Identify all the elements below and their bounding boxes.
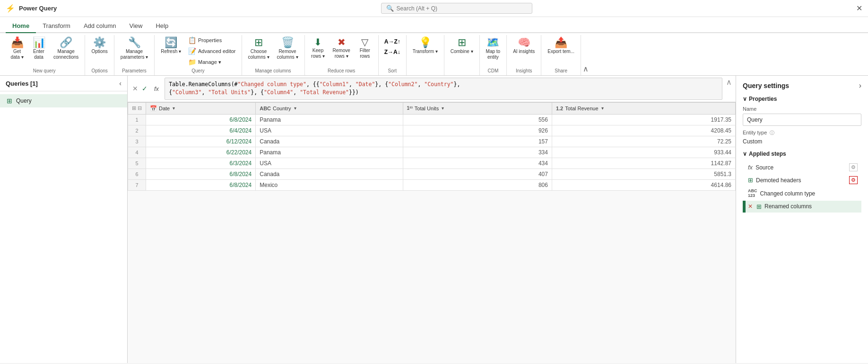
applied-steps-section-title[interactable]: ∨ Applied steps — [743, 151, 861, 157]
keep-rows-button[interactable]: ⬇ Keeprows ▾ — [308, 35, 329, 62]
app-logo-icon: ⚡ — [6, 4, 15, 13]
query-item[interactable]: ⊞ Query — [0, 94, 127, 107]
ribbon-group-label-options: Options — [88, 67, 111, 75]
table-row[interactable]: 3 6/12/2024 Canada 157 72.25 — [128, 136, 736, 147]
total-units-cell: 407 — [403, 169, 552, 179]
transform-icon: 💡 — [419, 37, 432, 48]
table-row[interactable]: 4 6/22/2024 Panama 334 933.44 — [128, 147, 736, 158]
manage-parameters-button[interactable]: 🔧 Manageparameters ▾ — [117, 35, 151, 62]
content-area: ✕ ✓ fx Table.RenameColumns(#"Changed col… — [128, 76, 736, 363]
ribbon-items-query: 🔄 Refresh ▾ 📋 Properties 📝 Advanced edit… — [157, 35, 238, 67]
table-row[interactable]: 5 6/3/2024 USA 434 1142.87 — [128, 158, 736, 169]
manage-button[interactable]: 📁 Manage ▾ — [185, 57, 239, 67]
source-settings-button[interactable]: ⚙ — [849, 163, 858, 171]
ribbon-collapse-button[interactable]: ∧ — [581, 63, 590, 74]
choose-columns-button[interactable]: ⊞ Choosecolumns ▾ — [245, 35, 273, 62]
table-row[interactable]: 2 6/4/2024 USA 926 4208.45 — [128, 125, 736, 136]
queries-panel-collapse-button[interactable]: ‹ — [119, 80, 122, 87]
applied-steps-chevron-icon: ∨ — [743, 151, 747, 157]
applied-step-demoted-headers[interactable]: ⊞ Demoted headers ⚙ — [743, 174, 861, 186]
step-fx-icon: fx — [748, 164, 753, 171]
remove-columns-button[interactable]: 🗑️ Removecolumns ▾ — [274, 35, 302, 62]
tab-add-column[interactable]: Add column — [77, 19, 123, 33]
ai-insights-button[interactable]: 🧠 AI insights — [510, 35, 538, 57]
total-revenue-cell: 5851.3 — [552, 169, 735, 179]
formula-text-part7: }, { — [375, 81, 388, 88]
combine-icon: ⊞ — [458, 37, 466, 48]
table-row[interactable]: 6 6/8/2024 Canada 407 5851.3 — [128, 169, 736, 179]
country-cell: Panama — [256, 114, 403, 125]
remove-rows-label: Removerows ▾ — [333, 48, 350, 59]
ribbon-group-label-combine — [447, 72, 477, 75]
date-column-header[interactable]: 📅 Date ▾ — [146, 102, 256, 114]
entity-type-row: Entity type ⓘ Custom — [743, 130, 861, 145]
tab-home[interactable]: Home — [6, 19, 36, 33]
country-filter-button[interactable]: ▾ — [294, 106, 296, 111]
settings-panel-expand-button[interactable]: › — [859, 81, 861, 90]
map-to-entity-button[interactable]: 🗺️ Map toentity — [483, 35, 504, 62]
date-cell: 6/8/2024 — [146, 114, 256, 125]
entity-type-value: Custom — [743, 138, 861, 145]
demoted-headers-settings-button[interactable]: ⚙ — [849, 176, 858, 184]
ribbon-group-label-share: Share — [544, 67, 578, 75]
step-active-bar — [744, 201, 746, 213]
options-label: Options — [91, 49, 107, 54]
refresh-button[interactable]: 🔄 Refresh ▾ — [157, 35, 184, 57]
applied-step-changed-column-type[interactable]: ABC123 Changed column type — [743, 186, 861, 201]
applied-steps-label: Applied steps — [749, 151, 786, 157]
formula-cancel-button[interactable]: ✕ — [131, 84, 139, 93]
close-button[interactable]: ✕ — [856, 4, 862, 13]
total-units-column-header[interactable]: 1²³ Total Units ▾ — [403, 102, 552, 114]
tab-transform[interactable]: Transform — [36, 19, 77, 33]
country-cell: Mexico — [256, 179, 403, 190]
total-units-filter-button[interactable]: ▾ — [442, 106, 444, 111]
formula-text-part3: , {{ — [306, 81, 320, 88]
advanced-editor-button[interactable]: 📝 Advanced editor — [185, 46, 239, 56]
total-revenue-filter-button[interactable]: ▾ — [601, 106, 604, 111]
ribbon-items-parameters: 🔧 Manageparameters ▾ — [117, 35, 151, 67]
country-cell: USA — [256, 125, 403, 136]
remove-rows-button[interactable]: ✖ Removerows ▾ — [330, 35, 354, 62]
date-cell: 6/22/2024 — [146, 147, 256, 158]
total-revenue-column-header[interactable]: 1.2 Total Revenue ▾ — [552, 102, 735, 114]
tab-view[interactable]: View — [123, 19, 149, 33]
ribbon-group-options: ⚙️ Options Options — [85, 35, 114, 75]
date-filter-button[interactable]: ▾ — [173, 106, 175, 111]
table-row[interactable]: 7 6/8/2024 Mexico 806 4614.86 — [128, 179, 736, 190]
sort-az-button[interactable]: A→Z↑ — [382, 37, 403, 46]
export-template-button[interactable]: 📤 Export tem... — [544, 35, 578, 57]
combine-button[interactable]: ⊞ Combine ▾ — [447, 35, 477, 57]
sort-za-button[interactable]: Z→A↓ — [382, 47, 403, 57]
transform-button[interactable]: 💡 Transform ▾ — [409, 35, 441, 57]
properties-button[interactable]: 📋 Properties — [185, 35, 239, 45]
ribbon-group-insights: 🧠 AI insights Insights — [507, 35, 541, 75]
name-input[interactable] — [743, 114, 861, 126]
formula-text-part13: , — [201, 89, 208, 96]
row-num-cell: 4 — [128, 147, 146, 158]
name-label: Name — [743, 106, 861, 112]
properties-section-title[interactable]: ∨ Properties — [743, 96, 861, 102]
enter-data-button[interactable]: 📊 Enterdata — [28, 35, 49, 62]
properties-chevron-icon: ∨ — [743, 96, 747, 102]
formula-collapse-button[interactable]: ∧ — [726, 78, 732, 87]
get-data-label: Getdata ▾ — [10, 49, 23, 60]
step-label: Source — [755, 164, 846, 171]
formula-text-part8: "Column2" — [388, 81, 417, 88]
step-delete-button[interactable]: ✕ — [748, 203, 753, 210]
search-bar[interactable]: 🔍 — [381, 3, 532, 14]
queries-list: ⊞ Query — [0, 91, 127, 363]
ribbon-group-label-manage-columns: Manage columns — [245, 67, 302, 75]
formula-confirm-button[interactable]: ✓ — [141, 84, 148, 93]
filter-rows-button[interactable]: ▽ Filterrows — [355, 35, 375, 62]
country-column-header[interactable]: ABC Country ▾ — [256, 102, 403, 114]
table-row[interactable]: 1 6/8/2024 Panama 556 1917.35 — [128, 114, 736, 125]
get-data-button[interactable]: 📥 Getdata ▾ — [7, 35, 27, 62]
search-input[interactable] — [397, 5, 524, 12]
date-cell: 6/8/2024 — [146, 169, 256, 179]
tab-help[interactable]: Help — [149, 19, 175, 33]
formula-bar-buttons: ✕ ✓ — [131, 84, 148, 93]
applied-step-renamed-columns[interactable]: ✕ ⊞ Renamed columns — [743, 201, 861, 213]
manage-connections-button[interactable]: 🔗 Manageconnections — [50, 35, 82, 62]
options-button[interactable]: ⚙️ Options — [88, 35, 111, 57]
applied-step-source[interactable]: fx Source ⚙ — [743, 161, 861, 174]
